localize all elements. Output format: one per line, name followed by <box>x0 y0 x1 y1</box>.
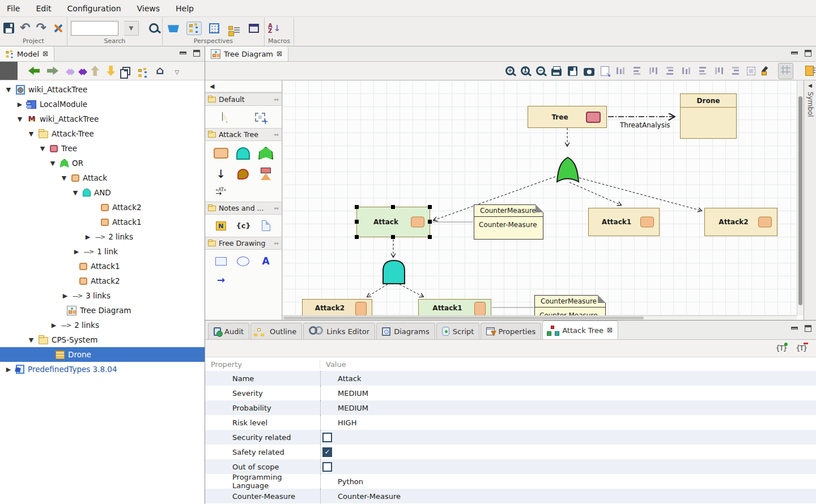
zoom-reset-icon[interactable]: 1 <box>521 66 530 75</box>
menu-file[interactable]: File <box>7 4 20 13</box>
tree-diagram-tab-close-icon[interactable]: ⊠ <box>277 50 282 58</box>
diagram-canvas[interactable]: Tree Drone ThreatAnalysis Attack <box>282 80 797 315</box>
previous-diamond-icon[interactable] <box>66 66 71 76</box>
tree-item-wiki-attacktree[interactable]: ▼wiki_AttackTree <box>0 82 205 97</box>
out-of-scope-checkbox[interactable] <box>322 462 332 472</box>
tab-outline[interactable]: Outline <box>250 323 302 339</box>
tree-item-drone[interactable]: Drone <box>0 347 205 362</box>
tree-item-wiki-attacktree[interactable]: ▼wiki_AttackTree <box>0 112 205 126</box>
diagram-node-attack1-bottom[interactable]: Attack1 <box>418 299 491 315</box>
tree-item-3-links[interactable]: ▶--->3 links <box>0 288 205 303</box>
tree-item-1-link[interactable]: ▶--->1 link <box>0 244 205 259</box>
property-row-out-of-scope[interactable]: Out of scope <box>205 459 816 474</box>
maximize-icon[interactable] <box>805 50 811 57</box>
property-row-name[interactable]: NameAttack <box>205 371 816 386</box>
center-vertical-icon[interactable] <box>681 66 691 75</box>
align-left-icon[interactable] <box>632 66 641 76</box>
center-horizontal-icon[interactable] <box>698 66 707 76</box>
property-row-security-related[interactable]: Security related <box>205 430 816 445</box>
align-bottom-icon[interactable] <box>648 66 658 75</box>
tree-item-tree-diagram[interactable]: Tree Diagram <box>0 303 205 318</box>
collapse-arrow-icon[interactable]: ▼ <box>60 174 68 182</box>
zoom-out-icon[interactable]: − <box>536 66 545 75</box>
search-dropdown-button[interactable]: ▼ <box>124 21 139 36</box>
collapse-arrow-icon[interactable]: ▼ <box>5 86 12 93</box>
symbol-tab-label[interactable]: Symbol <box>806 92 814 117</box>
tree-item-cps-system[interactable]: ▼CPS-System <box>0 332 205 347</box>
selection-handle[interactable] <box>428 235 432 239</box>
diagram-node-attack2-bottom[interactable]: Attack2 <box>302 299 372 315</box>
bucket-perspective-icon[interactable] <box>166 22 181 34</box>
safety-related-checkbox[interactable] <box>322 447 332 457</box>
sort-az-icon[interactable]: AZ↓ <box>268 23 280 33</box>
constraint-tool-icon[interactable]: {c} <box>236 221 250 230</box>
rectangle-tool-icon[interactable] <box>215 257 227 266</box>
minimize-icon[interactable] <box>180 52 186 54</box>
tree-item-attack2[interactable]: Attack2 <box>0 274 205 288</box>
tree-item-2-links[interactable]: ▶--->2 links <box>0 229 205 244</box>
text-tool-icon[interactable] <box>262 255 270 267</box>
tree-item-tree[interactable]: ▼Tree <box>0 141 205 156</box>
vertical-scrollbar[interactable] <box>797 80 804 315</box>
distribute-icon[interactable] <box>731 66 740 76</box>
selection-handle[interactable] <box>428 205 432 209</box>
diagram-node-attack2-top[interactable]: Attack2 <box>704 208 777 236</box>
expand-arrow-icon[interactable]: ▶ <box>5 366 12 373</box>
sequence-arrow-tool-icon[interactable] <box>216 167 226 181</box>
horizontal-scrollbar[interactable] <box>282 315 797 320</box>
tree-item-predefinedtypes-3-8-04[interactable]: ▶PredefinedTypes 3.8.04 <box>0 362 205 377</box>
tab-properties[interactable]: Properties <box>481 323 541 339</box>
search-icon[interactable] <box>149 23 159 33</box>
palette-section-attack-tree[interactable]: Attack Tree ⇔ <box>205 128 282 141</box>
window-perspective-icon[interactable] <box>247 22 261 35</box>
tab-diagrams[interactable]: Diagrams <box>376 323 435 339</box>
menu-configuration[interactable]: Configuration <box>67 4 121 13</box>
property-value[interactable]: MEDIUM <box>320 386 816 400</box>
ellipse-tool-icon[interactable] <box>237 257 249 266</box>
cursor-tool-icon[interactable] <box>222 112 231 122</box>
format-paint-icon[interactable] <box>762 66 772 75</box>
property-row-safety-related[interactable]: Safety related <box>205 445 816 459</box>
menu-edit[interactable]: Edit <box>36 4 51 13</box>
font-increase-icon[interactable] <box>776 344 787 352</box>
tree-item-or[interactable]: ▼OR <box>0 156 205 170</box>
property-value[interactable]: HIGH <box>320 415 816 430</box>
free-arrow-tool-icon[interactable] <box>217 274 225 285</box>
selection-handle[interactable] <box>355 220 359 224</box>
search-input[interactable] <box>71 21 118 36</box>
countermeasure-note-1[interactable]: CounterMeasure Counter-Measure <box>474 204 543 240</box>
palette-section-notes[interactable]: Notes and ... ⇔ <box>205 202 282 215</box>
selection-handle[interactable] <box>391 235 395 239</box>
collapse-all-icon[interactable] <box>122 67 130 75</box>
tree-perspective-icon[interactable] <box>186 22 202 35</box>
menu-help[interactable]: Help <box>176 4 194 13</box>
expand-arrow-icon[interactable]: ▶ <box>50 322 58 329</box>
property-value[interactable]: Counter-Measure <box>320 489 816 503</box>
collapse-arrow-icon[interactable]: ▼ <box>27 336 35 344</box>
palette-section-default[interactable]: Default ⇔ <box>205 93 282 106</box>
collapse-arrow-icon[interactable]: ▼ <box>71 189 79 197</box>
print-icon[interactable] <box>551 69 562 76</box>
maximize-icon[interactable] <box>193 50 200 57</box>
attack-node-tool-icon[interactable] <box>214 148 228 159</box>
tree-item-2-links[interactable]: ▶--->2 links <box>0 318 205 332</box>
timer-tool-icon[interactable] <box>260 168 271 180</box>
diagram-node-attack[interactable]: Attack <box>356 207 430 237</box>
tree-item-attack-tree[interactable]: ▼Attack-Tree <box>0 126 205 141</box>
diagram-node-drone[interactable]: Drone <box>680 93 737 139</box>
property-row-programming-language[interactable]: Programming LanguagePython <box>205 474 816 489</box>
property-value[interactable]: Attack <box>320 371 816 386</box>
section-collapse-icon[interactable]: ⇔ <box>274 96 279 102</box>
selection-handle[interactable] <box>391 205 395 209</box>
menu-views[interactable]: Views <box>137 4 160 13</box>
crop-icon[interactable] <box>747 67 755 75</box>
security-related-checkbox[interactable] <box>322 433 332 442</box>
collapse-arrow-icon[interactable]: ▼ <box>27 130 35 138</box>
home-icon[interactable] <box>156 66 164 76</box>
and-gate-tool-icon[interactable] <box>236 147 250 160</box>
undo-icon[interactable] <box>20 23 30 34</box>
tab-model[interactable]: Model ⊠ <box>0 46 54 61</box>
expand-arrow-icon[interactable]: ▶ <box>73 248 80 255</box>
same-size-icon[interactable] <box>714 66 724 75</box>
property-row-counter-measure[interactable]: Counter-MeasureCounter-Measure <box>205 489 816 503</box>
